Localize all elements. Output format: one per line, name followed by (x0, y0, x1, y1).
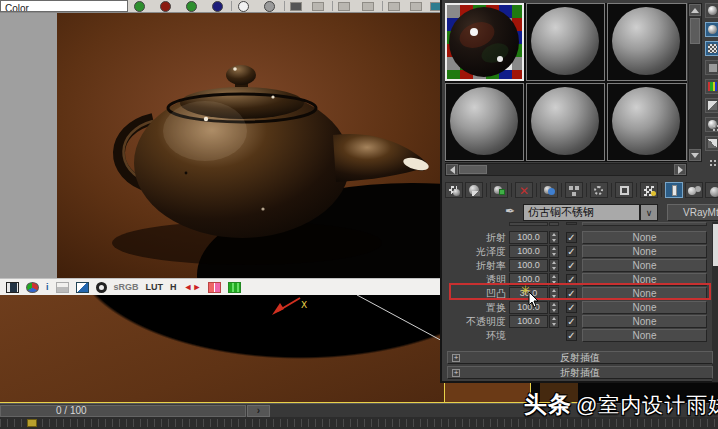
print-icon[interactable] (290, 2, 302, 11)
material-map-navigator-icon[interactable] (705, 136, 718, 151)
scroll-right-icon[interactable] (674, 164, 686, 175)
amount-field[interactable]: 100.0 (509, 259, 548, 272)
enable-checkbox[interactable]: ✓ (566, 330, 577, 341)
rollout-reflect-interpolation[interactable]: + 反射插值 (447, 351, 713, 364)
map-button[interactable]: None (582, 301, 707, 314)
scroll-down-icon[interactable] (689, 149, 701, 161)
blue-channel-icon[interactable] (212, 1, 223, 12)
pick-from-object-icon[interactable] (705, 182, 718, 198)
material-slot-2[interactable] (526, 3, 605, 81)
material-name-row: ✒ 仿古铜不锈钢 ∨ VRayMtl (442, 202, 718, 222)
h-icon[interactable]: H (170, 282, 177, 293)
zoom-tool-icon[interactable] (388, 2, 400, 11)
amount-spinner[interactable] (549, 301, 559, 314)
material-id-channel-icon[interactable] (590, 182, 608, 198)
put-to-library-icon[interactable] (565, 182, 583, 198)
amount-spinner[interactable] (549, 245, 559, 258)
map-button[interactable]: None (582, 259, 707, 272)
make-unique-icon[interactable] (540, 182, 558, 198)
scroll-left-icon[interactable] (446, 164, 458, 175)
select-by-material-icon[interactable] (705, 117, 718, 132)
region-icon[interactable] (228, 282, 241, 293)
enable-checkbox[interactable]: ✓ (566, 232, 577, 243)
show-end-result-icon[interactable] (640, 182, 658, 198)
scroll-up-icon[interactable] (689, 4, 701, 16)
slots-horizontal-scrollbar[interactable] (445, 163, 687, 176)
color-correction-icon[interactable] (76, 282, 89, 293)
amount-spinner[interactable] (549, 315, 559, 328)
expand-icon[interactable]: + (452, 354, 460, 362)
stamp-icon[interactable] (208, 282, 221, 293)
channel-dropdown[interactable]: Color (0, 0, 128, 12)
green-channel-icon-2[interactable] (186, 1, 197, 12)
material-name-field[interactable]: 仿古铜不锈钢 (523, 204, 640, 221)
background-icon[interactable] (705, 41, 718, 56)
rgb-channels-icon[interactable] (26, 282, 39, 293)
enable-checkbox[interactable]: ✓ (566, 246, 577, 257)
histogram-icon[interactable] (56, 282, 69, 293)
clone-window-icon[interactable] (338, 2, 350, 11)
gray-material-sphere (450, 87, 518, 155)
map-row-refraction: 折射 100.0 ✓ None (442, 231, 712, 244)
lut-icon[interactable]: LUT (146, 282, 164, 293)
hscroll-thumb[interactable] (459, 165, 487, 174)
vscroll-thumb[interactable] (690, 18, 700, 44)
options-icon[interactable] (705, 98, 718, 113)
time-slider-grip[interactable]: 0 / 100 (0, 405, 246, 417)
amount-field[interactable]: 100.0 (509, 315, 548, 328)
material-type-button[interactable]: VRayMtl (667, 204, 718, 221)
slots-vertical-scrollbar[interactable] (688, 3, 702, 162)
backlight-icon[interactable] (705, 22, 718, 37)
info-icon[interactable]: i (46, 282, 49, 293)
video-color-check-icon[interactable] (705, 79, 718, 94)
green-channel-icon[interactable] (134, 1, 145, 12)
enable-checkbox[interactable]: ✓ (566, 302, 577, 313)
pick-material-icon[interactable] (705, 155, 718, 170)
next-frame-button[interactable]: › (247, 405, 270, 417)
expand-icon[interactable]: + (452, 369, 460, 377)
map-row-environment: 环境 ✓ None (442, 329, 712, 342)
amount-spinner[interactable] (549, 259, 559, 272)
alpha-channel-icon[interactable] (264, 1, 275, 12)
map-button[interactable]: None (582, 315, 707, 328)
eyedropper-icon[interactable]: ✒ (505, 204, 521, 219)
map-button[interactable]: None (582, 245, 707, 258)
map-button[interactable]: None (582, 231, 707, 244)
aperture-icon[interactable] (96, 282, 107, 293)
map-row-displace: 置换 100.0 ✓ None (442, 301, 712, 314)
map-button[interactable]: None (582, 329, 707, 342)
red-channel-icon[interactable] (160, 1, 171, 12)
clear-image-icon[interactable] (362, 2, 374, 11)
sample-type-icon[interactable] (705, 3, 718, 18)
put-to-scene-icon[interactable] (465, 182, 483, 198)
compare-icon[interactable]: ◄► (184, 282, 202, 293)
material-slot-6[interactable] (607, 83, 687, 161)
reset-map-icon[interactable]: ✕ (515, 182, 533, 198)
render-frame-window: i sRGB LUT H ◄► (0, 13, 445, 295)
material-slot-5[interactable] (526, 83, 605, 161)
go-forward-sibling-icon[interactable] (685, 182, 703, 198)
material-editor-toolbar: ✕ (445, 181, 703, 199)
enable-checkbox[interactable]: ✓ (566, 316, 577, 327)
save-image-icon[interactable] (312, 2, 324, 11)
material-name-dropdown-icon[interactable]: ∨ (640, 204, 658, 221)
show-map-in-viewport-icon[interactable] (615, 182, 633, 198)
amount-field[interactable]: 100.0 (509, 245, 548, 258)
track-bar-key-handle[interactable] (27, 419, 37, 427)
rollout-refract-interpolation[interactable]: + 折射插值 (447, 366, 713, 379)
amount-spinner[interactable] (549, 231, 559, 244)
filmstrip-icon[interactable] (6, 282, 19, 293)
params-scroll-thumb[interactable] (713, 224, 718, 266)
go-to-parent-icon[interactable] (665, 182, 683, 198)
pan-tool-icon[interactable] (410, 2, 422, 11)
material-slot-3[interactable] (607, 3, 687, 81)
sample-uv-tiling-icon[interactable] (705, 60, 718, 75)
amount-field[interactable]: 100.0 (509, 231, 548, 244)
get-material-icon[interactable] (445, 182, 463, 198)
enable-checkbox[interactable]: ✓ (566, 260, 577, 271)
srgb-icon[interactable]: sRGB (114, 282, 139, 293)
mono-channel-icon[interactable] (238, 1, 249, 12)
material-slot-4[interactable] (445, 83, 524, 161)
assign-to-selection-icon[interactable] (490, 182, 508, 198)
material-slot-1-selected[interactable] (445, 3, 524, 81)
